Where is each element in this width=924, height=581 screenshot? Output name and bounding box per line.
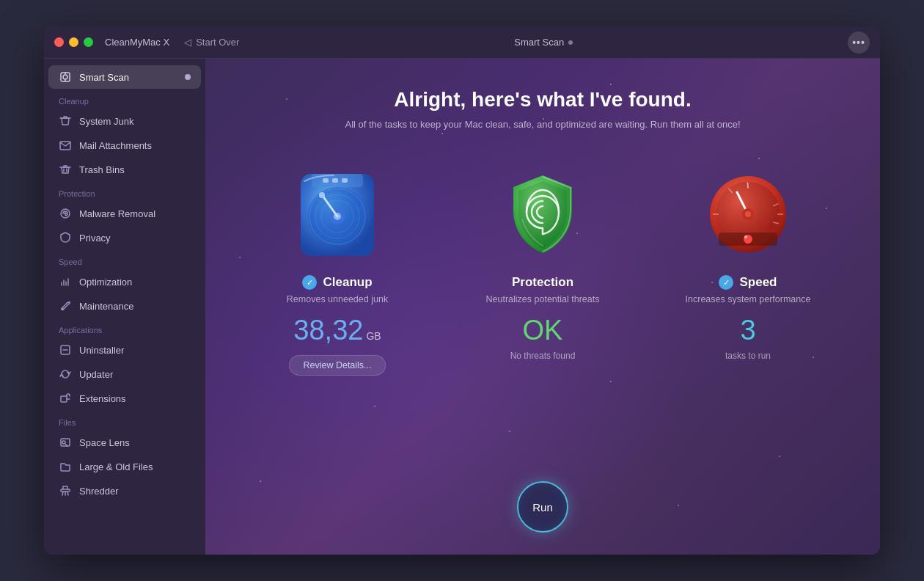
app-name: CleanMyMac X [105, 37, 169, 48]
protection-sub: No threats found [510, 351, 576, 361]
cleanup-title-row: ✓ Cleanup [302, 275, 372, 290]
sidebar-item-malware-removal[interactable]: Malware Removal [48, 202, 201, 225]
speed-icon [700, 167, 796, 262]
speed-card: ✓ Speed Increases system performance 3 t… [645, 152, 851, 474]
sidebar-item-optimization[interactable]: Optimization [48, 270, 201, 293]
system-junk-icon [59, 114, 72, 128]
speed-card-title: Speed [739, 275, 777, 290]
speed-sub: tasks to run [725, 351, 771, 361]
more-options-button[interactable]: ••• [848, 32, 870, 54]
privacy-icon [59, 231, 72, 244]
shredder-icon [59, 484, 72, 497]
sidebar-item-updater[interactable]: Updater [48, 362, 201, 386]
sidebar-item-large-old-files[interactable]: Large & Old Files [48, 455, 201, 478]
svg-point-52 [744, 235, 747, 238]
extensions-label: Extensions [79, 393, 126, 404]
sidebar-item-maintenance[interactable]: Maintenance [48, 294, 201, 318]
svg-point-32 [319, 192, 325, 198]
section-applications-label: Applications [44, 318, 205, 337]
maintenance-icon [59, 299, 72, 313]
back-arrow-icon: ◁ [184, 37, 191, 48]
active-indicator [185, 74, 191, 80]
smart-scan-label: Smart Scan [79, 72, 129, 83]
page-subtitle: All of the tasks to keep your Mac clean,… [345, 119, 740, 130]
protection-card: Protection Neutralizes potential threats… [440, 152, 645, 474]
uninstaller-label: Uninstaller [79, 345, 124, 356]
section-speed-label: Speed [44, 250, 205, 269]
section-files-label: Files [44, 411, 205, 430]
protection-card-desc: Neutralizes potential threats [486, 294, 600, 304]
main-content: Smart Scan Cleanup System Junk [44, 59, 880, 555]
cleanup-check-icon: ✓ [302, 275, 317, 290]
sidebar-item-system-junk[interactable]: System Junk [48, 109, 201, 133]
more-icon: ••• [852, 37, 865, 48]
sidebar-item-smart-scan[interactable]: Smart Scan [48, 65, 201, 89]
shredder-label: Shredder [79, 486, 118, 497]
svg-point-9 [61, 209, 70, 218]
updater-icon [59, 368, 72, 381]
maintenance-label: Maintenance [79, 301, 133, 312]
svg-rect-18 [61, 396, 67, 402]
titlebar: CleanMyMac X ◁ Start Over Smart Scan ••• [44, 26, 880, 59]
sidebar-item-space-lens[interactable]: Space Lens [48, 431, 201, 454]
titlebar-center: Smart Scan [239, 37, 848, 48]
cleanup-value: 38,32GB [293, 315, 381, 346]
titlebar-dot [568, 40, 573, 45]
cleanup-card-title: Cleanup [323, 275, 372, 290]
extensions-icon [59, 392, 72, 405]
trash-bins-label: Trash Bins [79, 164, 125, 175]
sidebar-item-extensions[interactable]: Extensions [48, 387, 201, 410]
sidebar: Smart Scan Cleanup System Junk [44, 59, 205, 555]
minimize-button[interactable] [69, 37, 78, 47]
malware-removal-label: Malware Removal [79, 208, 155, 219]
section-protection-label: Protection [44, 182, 205, 201]
smart-scan-icon [59, 70, 72, 84]
back-label: Start Over [196, 37, 239, 48]
run-label: Run [532, 501, 553, 514]
cleanup-icon [290, 167, 385, 262]
updater-label: Updater [79, 369, 113, 380]
cleanup-unit: GB [366, 330, 381, 342]
cleanup-card-desc: Removes unneeded junk [287, 294, 388, 304]
protection-title-row: Protection [512, 275, 573, 290]
cleanup-card: ✓ Cleanup Removes unneeded junk 38,32GB … [235, 152, 440, 474]
optimization-icon [59, 275, 72, 288]
trash-bins-icon [59, 163, 72, 176]
traffic-lights [54, 37, 93, 47]
speed-card-desc: Increases system performance [686, 294, 811, 304]
maximize-button[interactable] [84, 37, 93, 47]
content-header: Alright, here's what I've found. All of … [330, 59, 755, 145]
svg-point-15 [62, 308, 64, 310]
sidebar-item-privacy[interactable]: Privacy [48, 226, 201, 249]
system-junk-label: System Junk [79, 116, 133, 127]
review-details-button[interactable]: Review Details... [289, 355, 385, 376]
protection-value: OK [523, 315, 563, 346]
space-lens-label: Space Lens [79, 437, 130, 448]
malware-removal-icon [59, 207, 72, 220]
close-button[interactable] [54, 37, 64, 47]
back-nav[interactable]: ◁ Start Over [184, 37, 239, 48]
content-area: Alright, here's what I've found. All of … [205, 59, 880, 555]
space-lens-icon [59, 436, 72, 449]
protection-card-title: Protection [512, 275, 573, 290]
speed-title-row: ✓ Speed [719, 275, 777, 290]
sidebar-item-trash-bins[interactable]: Trash Bins [48, 158, 201, 181]
large-old-files-icon [59, 460, 72, 473]
section-cleanup-label: Cleanup [44, 89, 205, 109]
protection-icon [495, 167, 590, 262]
svg-point-10 [65, 213, 66, 214]
privacy-label: Privacy [79, 233, 111, 244]
speed-value: 3 [740, 315, 755, 346]
svg-rect-34 [323, 178, 329, 183]
current-section-label: Smart Scan [514, 37, 564, 48]
svg-point-49 [745, 211, 751, 217]
svg-point-1 [63, 75, 67, 79]
mail-attachments-icon [59, 139, 72, 152]
run-button[interactable]: Run [517, 481, 568, 533]
optimization-label: Optimization [79, 277, 132, 288]
mail-attachments-label: Mail Attachments [79, 140, 152, 151]
sidebar-item-uninstaller[interactable]: Uninstaller [48, 338, 201, 362]
sidebar-item-shredder[interactable]: Shredder [48, 479, 201, 503]
main-window: CleanMyMac X ◁ Start Over Smart Scan ••• [44, 26, 880, 555]
sidebar-item-mail-attachments[interactable]: Mail Attachments [48, 134, 201, 157]
